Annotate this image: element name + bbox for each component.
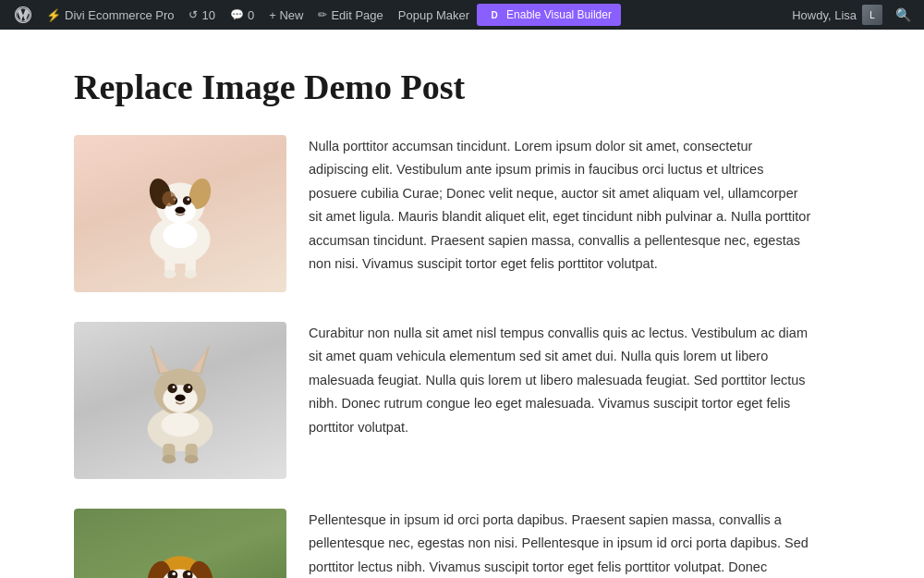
svg-point-26 <box>173 386 176 388</box>
admin-bar: ⚡ Divi Ecommerce Pro ↺ 10 💬 0 + New ✏ Ed… <box>0 0 924 30</box>
post-image-3 <box>74 509 286 578</box>
post-image-2 <box>74 322 286 479</box>
enable-vb-item[interactable]: D Enable Visual Builder <box>477 4 621 26</box>
post-text-2: Curabitur non nulla sit amet nisl tempus… <box>309 322 813 439</box>
post-entry-3: Pellentesque in ipsum id orci porta dapi… <box>74 509 813 578</box>
wp-logo-item[interactable] <box>7 0 39 30</box>
edit-page-label: Edit Page <box>331 8 383 22</box>
svg-point-42 <box>188 572 191 576</box>
svg-point-12 <box>163 222 197 248</box>
edit-icon: ✏ <box>318 8 327 21</box>
divi-theme-icon: ⚡ <box>46 8 61 22</box>
comments-count: 0 <box>248 8 254 22</box>
svg-point-0 <box>16 7 31 23</box>
svg-point-41 <box>172 572 176 576</box>
edit-page-item[interactable]: ✏ Edit Page <box>310 0 390 30</box>
page-title: Replace Image Demo Post <box>74 67 813 107</box>
post-2-paragraph-1: Curabitur non nulla sit amet nisl tempus… <box>309 322 813 439</box>
svg-point-25 <box>183 384 192 393</box>
new-label: + New <box>269 8 303 22</box>
admin-search-icon[interactable]: 🔍 <box>890 7 917 22</box>
svg-point-9 <box>187 198 189 201</box>
svg-point-33 <box>185 455 199 463</box>
post-text-3: Pellentesque in ipsum id orci porta dapi… <box>309 509 813 578</box>
new-item[interactable]: + New <box>261 0 310 30</box>
post-3-paragraph-1: Pellentesque in ipsum id orci porta dapi… <box>309 509 813 578</box>
post-entry-1: Nulla porttitor accumsan tincidunt. Lore… <box>74 135 813 292</box>
post-1-paragraph-1: Nulla porttitor accumsan tincidunt. Lore… <box>309 135 813 276</box>
wordpress-icon <box>15 6 31 23</box>
user-avatar: L <box>862 5 882 25</box>
enable-vb-label: Enable Visual Builder <box>506 8 612 21</box>
updates-icon: ↺ <box>188 8 198 21</box>
svg-point-7 <box>183 196 191 204</box>
svg-point-15 <box>164 270 176 278</box>
post-text-1: Nulla porttitor accumsan tincidunt. Lore… <box>309 135 813 276</box>
updates-count: 10 <box>201 8 214 22</box>
divi-circle-icon: D <box>486 6 503 23</box>
updates-item[interactable]: ↺ 10 <box>181 0 222 30</box>
svg-point-32 <box>162 455 176 463</box>
svg-point-27 <box>188 386 190 388</box>
comments-icon: 💬 <box>230 8 244 21</box>
howdy-section[interactable]: Howdy, Lisa L <box>792 5 882 25</box>
popup-maker-label: Popup Maker <box>398 8 469 22</box>
svg-point-16 <box>185 270 197 278</box>
site-name-label: Divi Ecommerce Pro <box>65 8 174 22</box>
howdy-label: Howdy, Lisa <box>792 8 857 22</box>
popup-maker-item[interactable]: Popup Maker <box>391 0 477 30</box>
svg-point-10 <box>175 207 185 214</box>
comments-item[interactable]: 💬 0 <box>223 0 261 30</box>
svg-point-29 <box>161 412 199 437</box>
svg-point-24 <box>167 384 176 393</box>
site-name-item[interactable]: ⚡ Divi Ecommerce Pro <box>39 0 181 30</box>
post-entry-2: Curabitur non nulla sit amet nisl tempus… <box>74 322 813 479</box>
svg-point-28 <box>175 394 185 400</box>
svg-point-11 <box>162 191 176 207</box>
content-area: Replace Image Demo Post <box>0 30 887 578</box>
post-image-1 <box>74 135 286 292</box>
